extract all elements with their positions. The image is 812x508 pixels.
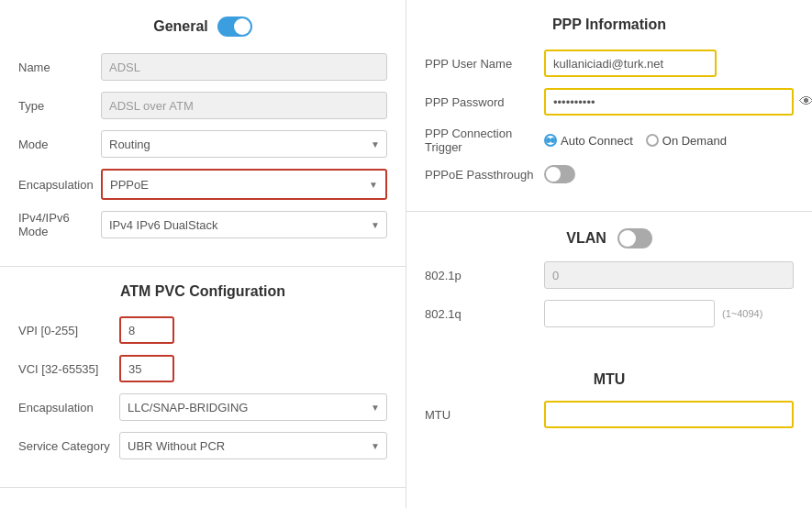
mode-select-wrapper[interactable]: Routing Bridge [101,130,387,158]
encapsulation-row: Encapsulation PPPoE PPPoA [18,169,387,200]
service-category-row: Service Category UBR Without PCR UBR Wit… [18,432,387,459]
mode-select[interactable]: Routing Bridge [101,130,387,158]
ppp-trigger-label: PPP Connection Trigger [425,127,544,154]
auto-connect-option[interactable]: Auto Connect [544,134,633,148]
vlan-8021q-row: 802.1q (1~4094) [425,300,794,327]
type-label: Type [18,99,101,113]
mtu-title: MTU [425,371,794,388]
vci-input[interactable] [119,355,174,382]
ppp-trigger-radio-group: Auto Connect On Demand [544,134,727,148]
vlan-8021p-input [544,261,794,289]
atm-section: ATM PVC Configuration VPI [0-255] VCI [3… [0,267,406,488]
general-toggle[interactable] [217,17,252,37]
mtu-label: MTU [425,408,544,422]
vlan-section: VLAN 802.1p 802.1q (1~4094) [406,212,812,355]
name-label: Name [18,61,101,74]
general-section: General Name Type Mode Routing Bridge [0,0,406,267]
vlan-8021q-note: (1~4094) [722,308,762,319]
type-input [101,92,387,119]
ppp-password-row: PPP Password 👁 [425,88,794,116]
vlan-8021q-wrapper: (1~4094) [544,300,762,327]
ppp-password-input[interactable] [544,88,794,116]
general-title: General [18,17,387,37]
vlan-8021q-input[interactable] [544,300,715,327]
on-demand-label: On Demand [662,134,727,148]
type-row: Type [18,92,387,119]
vpi-input[interactable] [119,316,174,344]
mtu-row: MTU [425,401,794,428]
encapsulation-select-wrapper[interactable]: PPPoE PPPoA [101,169,387,200]
vlan-8021q-label: 802.1q [425,307,544,321]
ppp-username-input[interactable] [544,50,717,77]
mtu-section: MTU MTU [406,355,812,456]
vci-label: VCI [32-65535] [18,362,119,376]
ipmode-select-wrapper[interactable]: IPv4 IPv6 DualStack IPv4 Only IPv6 Only [101,211,387,238]
vpi-row: VPI [0-255] [18,316,387,344]
ppp-passthrough-label: PPPoE Passthrough [425,168,544,182]
ppp-section: PPP Information PPP User Name PPP Passwo… [406,0,812,212]
general-label: General [153,18,208,35]
auto-connect-radio-dot[interactable] [544,134,557,147]
right-panel: PPP Information PPP User Name PPP Passwo… [406,0,812,508]
on-demand-radio-dot[interactable] [646,134,659,147]
left-panel: General Name Type Mode Routing Bridge [0,0,406,508]
ppp-title: PPP Information [425,17,794,33]
main-container: General Name Type Mode Routing Bridge [0,0,812,508]
mtu-input[interactable] [544,401,794,428]
vlan-title-row: VLAN [425,228,794,248]
vlan-title: VLAN [566,230,606,247]
atm-encap-select[interactable]: LLC/SNAP-BRIDGING VC/MUX [119,393,387,421]
vlan-8021p-row: 802.1p [425,261,794,289]
service-category-select-wrapper[interactable]: UBR Without PCR UBR With PCR [119,432,387,459]
auto-connect-label: Auto Connect [561,134,633,148]
atm-title: ATM PVC Configuration [18,283,387,300]
service-category-select[interactable]: UBR Without PCR UBR With PCR [119,432,387,459]
mode-row: Mode Routing Bridge [18,130,387,158]
encapsulation-label: Encapsulation [18,178,101,192]
name-input [101,53,387,81]
service-category-label: Service Category [18,439,119,453]
ppp-trigger-row: PPP Connection Trigger Auto Connect On D… [425,127,794,154]
vlan-8021p-label: 802.1p [425,269,544,282]
vci-row: VCI [32-65535] [18,355,387,382]
ppp-username-label: PPP User Name [425,57,544,71]
mode-label: Mode [18,138,101,151]
ppp-passthrough-toggle[interactable] [544,165,575,183]
encapsulation-select[interactable]: PPPoE PPPoA [103,171,385,198]
atm-encap-select-wrapper[interactable]: LLC/SNAP-BRIDGING VC/MUX [119,393,387,421]
atm-encap-row: Encapsulation LLC/SNAP-BRIDGING VC/MUX [18,393,387,421]
ipmode-label: IPv4/IPv6 Mode [18,211,101,238]
vlan-toggle[interactable] [617,228,652,248]
name-row: Name [18,53,387,81]
atm-encap-label: Encapsulation [18,401,119,414]
ppp-passthrough-row: PPPoE Passthrough [425,165,794,183]
ipmode-select[interactable]: IPv4 IPv6 DualStack IPv4 Only IPv6 Only [101,211,387,238]
ipmode-row: IPv4/IPv6 Mode IPv4 IPv6 DualStack IPv4 … [18,211,387,238]
ppp-password-input-wrapper: 👁 [544,88,794,116]
vpi-label: VPI [0-255] [18,324,119,337]
on-demand-option[interactable]: On Demand [646,134,727,148]
ppp-password-label: PPP Password [425,95,544,109]
eye-icon[interactable]: 👁 [799,94,812,110]
ppp-username-input-wrapper [544,50,794,77]
ppp-username-row: PPP User Name [425,50,794,77]
